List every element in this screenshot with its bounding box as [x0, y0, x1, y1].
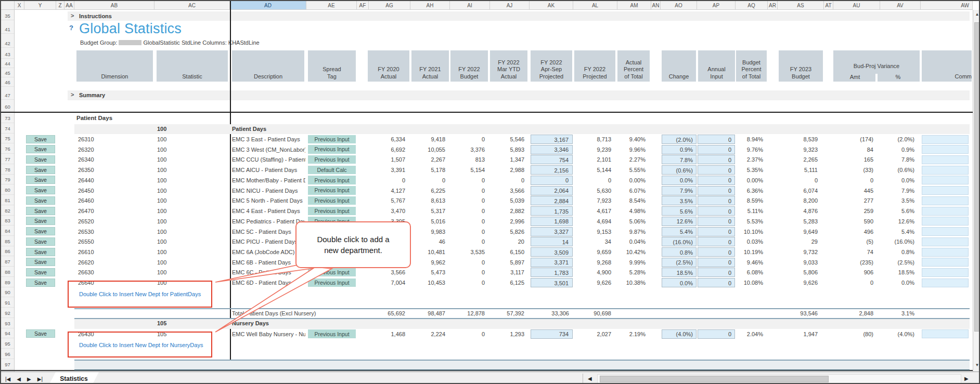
- value-cell-fy2022_apr_sep_projected[interactable]: 2,064: [531, 186, 573, 195]
- save-button[interactable]: Save: [26, 166, 55, 174]
- row-number-84[interactable]: 84: [1, 227, 14, 236]
- summary-group-band[interactable]: > Summary: [68, 90, 970, 100]
- row-number-79[interactable]: 79: [1, 175, 14, 184]
- row-number-60[interactable]: 60: [1, 103, 14, 111]
- row-number-96[interactable]: 96: [1, 350, 14, 359]
- column-header-AD[interactable]: AD: [230, 1, 306, 10]
- spread-tag-cell[interactable]: Previous Input: [308, 207, 356, 216]
- row-number-89[interactable]: 89: [1, 278, 14, 287]
- row-number-88[interactable]: 88: [1, 268, 14, 277]
- value-cell-annual_input[interactable]: 0: [698, 217, 735, 226]
- value-cell-change[interactable]: (4.0%): [662, 329, 697, 339]
- spread-tag-cell[interactable]: Previous Input: [308, 145, 356, 154]
- value-cell-change[interactable]: 7.9%: [662, 186, 697, 195]
- value-cell-annual_input[interactable]: 0: [698, 206, 735, 216]
- value-cell-fy2022_apr_sep_projected[interactable]: 3,509: [531, 247, 573, 257]
- column-header-AA[interactable]: AA: [65, 1, 74, 10]
- spread-tag-cell[interactable]: Previous Input: [308, 279, 356, 287]
- save-button[interactable]: Save: [26, 248, 55, 256]
- spread-tag-cell[interactable]: Previous Input: [308, 155, 356, 164]
- row-number-77[interactable]: 77: [1, 155, 14, 164]
- scroll-down-icon[interactable]: ▼: [973, 360, 980, 370]
- value-cell-annual_input[interactable]: 0: [698, 176, 735, 185]
- save-button[interactable]: Save: [26, 279, 55, 287]
- value-cell-fy2022_apr_sep_projected[interactable]: 1,698: [531, 217, 573, 226]
- row-number-44[interactable]: 44: [1, 60, 14, 68]
- row-number-86[interactable]: 86: [1, 247, 14, 256]
- column-header-AP[interactable]: AP: [697, 1, 736, 10]
- help-icon[interactable]: ?: [69, 24, 73, 32]
- row-number-75[interactable]: 75: [1, 134, 14, 143]
- value-cell-fy2022_apr_sep_projected[interactable]: 3,327: [531, 227, 573, 236]
- value-cell-annual_input[interactable]: 0: [698, 329, 735, 339]
- comment-input-cell[interactable]: [922, 135, 969, 144]
- value-cell-change[interactable]: (2.5%): [662, 258, 697, 267]
- expand-instructions-icon[interactable]: >: [71, 12, 74, 19]
- nav-first-sheet-icon[interactable]: |◀: [5, 376, 10, 382]
- value-cell-annual_input[interactable]: 0: [698, 258, 735, 267]
- spread-tag-cell[interactable]: Previous Input: [308, 135, 356, 144]
- value-cell-change[interactable]: 0.9%: [662, 145, 697, 154]
- value-cell-change[interactable]: 5.4%: [662, 227, 697, 236]
- row-number-81[interactable]: 81: [1, 196, 14, 205]
- comment-input-cell[interactable]: [922, 186, 969, 195]
- nav-last-sheet-icon[interactable]: ▶|: [37, 376, 43, 382]
- save-button[interactable]: Save: [26, 217, 55, 225]
- value-cell-annual_input[interactable]: 0: [698, 165, 735, 175]
- value-cell-annual_input[interactable]: 0: [698, 227, 735, 236]
- save-button[interactable]: Save: [26, 176, 55, 184]
- row-number-76[interactable]: 76: [1, 144, 14, 154]
- comment-input-cell[interactable]: [922, 196, 969, 205]
- row-number-85[interactable]: 85: [1, 237, 14, 246]
- scroll-up-icon[interactable]: ▲: [973, 10, 980, 19]
- horizontal-scroll-thumb[interactable]: [600, 376, 829, 382]
- insert-nurserydays-link[interactable]: Double Click to Insert New Dept for Nurs…: [79, 342, 203, 348]
- spread-tag-cell[interactable]: Previous Input: [308, 186, 356, 195]
- comment-input-cell[interactable]: [922, 217, 969, 226]
- column-header-AF[interactable]: AF: [357, 1, 369, 10]
- value-cell-annual_input[interactable]: 0: [698, 145, 735, 154]
- spread-tag-cell[interactable]: Previous Input: [308, 268, 356, 277]
- comment-input-cell[interactable]: [922, 145, 969, 154]
- value-cell-fy2022_apr_sep_projected[interactable]: 1,783: [531, 268, 573, 277]
- value-cell-fy2022_apr_sep_projected[interactable]: 3,501: [531, 278, 573, 287]
- column-header-AN[interactable]: AN: [651, 1, 661, 10]
- column-header-X[interactable]: X: [15, 1, 24, 10]
- column-header-AS[interactable]: AS: [778, 1, 824, 10]
- column-header-AT[interactable]: AT: [824, 1, 833, 10]
- comment-input-cell[interactable]: [922, 166, 969, 175]
- save-button[interactable]: Save: [26, 207, 55, 215]
- comment-input-cell[interactable]: [922, 279, 969, 287]
- save-button[interactable]: Save: [26, 135, 55, 143]
- column-header-AG[interactable]: AG: [369, 1, 410, 10]
- comment-input-cell[interactable]: [922, 176, 969, 184]
- spread-tag-cell[interactable]: Previous Input: [308, 176, 356, 184]
- value-cell-fy2022_apr_sep_projected[interactable]: 1,735: [531, 206, 573, 216]
- value-cell-change[interactable]: (16.0%): [662, 237, 697, 246]
- spread-tag-cell[interactable]: Previous Input: [308, 196, 356, 205]
- column-header-AR[interactable]: AR: [768, 1, 778, 10]
- value-cell-fy2022_apr_sep_projected[interactable]: 2,156: [531, 165, 573, 175]
- value-cell-fy2022_apr_sep_projected[interactable]: 3,167: [531, 135, 573, 144]
- column-header-AE[interactable]: AE: [306, 1, 357, 10]
- value-cell-annual_input[interactable]: 0: [698, 278, 735, 287]
- column-header-AW[interactable]: AW: [921, 1, 973, 10]
- value-cell-fy2022_apr_sep_projected[interactable]: 0: [531, 176, 573, 185]
- save-button[interactable]: Save: [26, 258, 55, 266]
- row-number-35[interactable]: 35: [1, 12, 14, 20]
- column-header-AO[interactable]: AO: [661, 1, 697, 10]
- column-header-AK[interactable]: AK: [530, 1, 573, 10]
- value-cell-change[interactable]: (0.6%): [662, 165, 697, 175]
- column-header-AV[interactable]: AV: [880, 1, 921, 10]
- value-cell-change[interactable]: (2.0%): [662, 135, 697, 144]
- column-header-AJ[interactable]: AJ: [490, 1, 530, 10]
- row-number-93[interactable]: 93: [1, 319, 14, 328]
- comment-input-cell[interactable]: [922, 248, 969, 257]
- select-all-corner[interactable]: [1, 1, 15, 10]
- value-cell-annual_input[interactable]: 0: [698, 186, 735, 195]
- column-header-AB[interactable]: AB: [74, 1, 154, 10]
- row-number-43[interactable]: 43: [1, 50, 14, 59]
- row-number-95[interactable]: 95: [1, 339, 14, 349]
- hscroll-right-icon[interactable]: ▶: [964, 376, 969, 381]
- column-header-Z[interactable]: Z: [56, 1, 65, 10]
